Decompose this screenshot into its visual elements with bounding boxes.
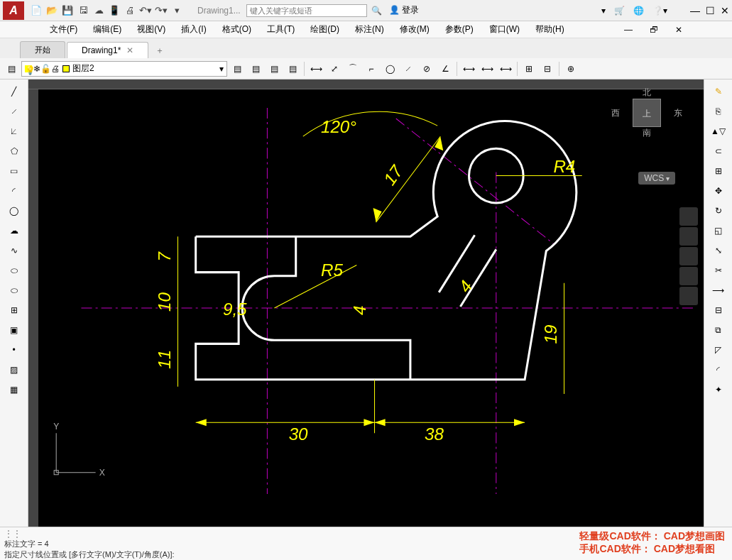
tab-drawing1[interactable]: Drawing1*✕ xyxy=(67,42,148,58)
cloud-icon[interactable]: ☁ xyxy=(92,4,105,17)
layer-prev-icon[interactable]: ▤ xyxy=(266,60,283,77)
dim-diameter-icon[interactable]: ⊘ xyxy=(418,60,435,77)
dim-radius-icon[interactable]: ◯ xyxy=(381,60,398,77)
xline-icon[interactable]: ⟋ xyxy=(4,102,25,121)
scale-icon[interactable]: ◱ xyxy=(708,221,729,240)
break-icon[interactable]: ⊟ xyxy=(708,301,729,319)
maximize-button[interactable]: ☐ xyxy=(706,5,715,16)
polygon-icon[interactable]: ⬠ xyxy=(4,142,25,160)
child-max-icon[interactable]: 🗗 xyxy=(643,23,665,36)
join-icon[interactable]: ⧉ xyxy=(708,321,729,339)
revcloud-icon[interactable]: ☁ xyxy=(4,221,25,240)
menu-draw[interactable]: 绘图(D) xyxy=(303,22,346,37)
dim-ordinate-icon[interactable]: ⌐ xyxy=(363,60,380,77)
offset-icon[interactable]: ⊂ xyxy=(708,142,729,160)
cart-icon[interactable]: 🛒 xyxy=(614,6,625,16)
hatch-icon[interactable]: ▨ xyxy=(4,361,25,379)
rectangle-icon[interactable]: ▭ xyxy=(4,162,25,180)
tab-start[interactable]: 开始 xyxy=(20,41,65,58)
menu-modify[interactable]: 修改(M) xyxy=(393,22,437,37)
polyline-icon[interactable]: ⟀ xyxy=(4,122,25,141)
login-button[interactable]: 👤 登录 xyxy=(389,4,419,16)
array-icon[interactable]: ⊞ xyxy=(708,162,729,180)
ellipse-arc-icon[interactable]: ⬭ xyxy=(4,281,25,300)
circle-icon[interactable]: ◯ xyxy=(4,202,25,220)
search-input[interactable] xyxy=(246,4,367,17)
menu-insert[interactable]: 插入(I) xyxy=(174,22,213,37)
mirror-icon[interactable]: ▲▽ xyxy=(708,122,729,141)
menu-dimension[interactable]: 标注(N) xyxy=(348,22,391,37)
save-icon[interactable]: 💾 xyxy=(61,4,74,17)
layer-iso-icon[interactable]: ▤ xyxy=(247,60,264,77)
mobile-icon[interactable]: 📱 xyxy=(108,4,121,17)
exchange-icon[interactable]: ▾ xyxy=(601,6,606,16)
nav-bar[interactable] xyxy=(679,207,701,307)
child-min-icon[interactable]: — xyxy=(617,23,640,36)
menu-tools[interactable]: 工具(T) xyxy=(260,22,302,37)
line-icon[interactable]: ╱ xyxy=(4,82,25,101)
binoculars-icon[interactable]: 🔍 xyxy=(371,6,382,16)
fillet-icon[interactable]: ◜ xyxy=(708,361,729,379)
cmd-grip-icon[interactable]: ⋮⋮ xyxy=(4,529,21,539)
point-icon[interactable]: • xyxy=(4,341,25,359)
dim-arc-icon[interactable]: ⌒ xyxy=(344,60,361,77)
copy-icon[interactable]: ⎘ xyxy=(708,102,729,121)
extend-icon[interactable]: ⟶ xyxy=(708,281,729,300)
wcs-badge[interactable]: WCS ▾ xyxy=(638,172,675,185)
open-icon[interactable]: 📂 xyxy=(45,4,58,17)
dim-angular-icon[interactable]: ∠ xyxy=(437,60,454,77)
insert-icon[interactable]: ⊞ xyxy=(4,301,25,319)
viewcube[interactable]: 北 西 上 东 南 xyxy=(611,87,682,158)
dim-space-icon[interactable]: ⊞ xyxy=(520,60,537,77)
dim-quick-icon[interactable]: ⟷ xyxy=(460,60,477,77)
new-icon[interactable]: 📄 xyxy=(30,4,43,17)
menu-help[interactable]: 帮助(H) xyxy=(528,22,572,37)
tab-add-button[interactable]: ＋ xyxy=(150,43,170,58)
dim-continue-icon[interactable]: ⟷ xyxy=(497,60,514,77)
dim-aligned-icon[interactable]: ⤢ xyxy=(326,60,343,77)
dim-r5: R5 xyxy=(321,260,343,280)
layer-match-icon[interactable]: ▤ xyxy=(284,60,301,77)
rotate-icon[interactable]: ↻ xyxy=(708,202,729,220)
draw-toolbar: ╱ ⟋ ⟀ ⬠ ▭ ◜ ◯ ☁ ∿ ⬭ ⬭ ⊞ ▣ • ▨ ▦ xyxy=(0,79,28,527)
dim-linear-icon[interactable]: ⟷ xyxy=(307,60,324,77)
menu-file[interactable]: 文件(F) xyxy=(43,22,84,37)
layer-props-icon[interactable]: ▤ xyxy=(3,60,20,77)
pencil-icon[interactable]: ✎ xyxy=(708,82,729,101)
tab-close-icon[interactable]: ✕ xyxy=(126,45,133,55)
help-icon[interactable]: ❔▾ xyxy=(652,6,667,16)
dim-break-icon[interactable]: ⊟ xyxy=(539,60,556,77)
drawing-canvas[interactable]: 120° 17 R4 7 10 11 R5 9,5 4 4 19 xyxy=(28,79,704,527)
tolerance-icon[interactable]: ⊕ xyxy=(562,60,579,77)
layer-state-icon[interactable]: ▤ xyxy=(229,60,246,77)
menu-view[interactable]: 视图(V) xyxy=(130,22,173,37)
saveas-icon[interactable]: 🖫 xyxy=(77,4,89,17)
explode-icon[interactable]: ✦ xyxy=(708,380,729,399)
move-icon[interactable]: ✥ xyxy=(708,182,729,200)
minimize-button[interactable]: — xyxy=(690,5,700,16)
ellipse-icon[interactable]: ⬭ xyxy=(4,261,25,280)
print-icon[interactable]: 🖨 xyxy=(124,4,136,17)
dim-jog-icon[interactable]: ⟋ xyxy=(400,60,417,77)
arc-icon[interactable]: ◜ xyxy=(4,182,25,200)
undo-icon[interactable]: ↶▾ xyxy=(139,4,152,17)
more-icon[interactable]: ▾ xyxy=(170,4,183,17)
child-close-icon[interactable]: ✕ xyxy=(668,23,689,36)
app-logo[interactable]: A xyxy=(3,1,24,20)
trim-icon[interactable]: ✂ xyxy=(708,261,729,280)
close-button[interactable]: ✕ xyxy=(721,5,729,16)
dim-4a: 4 xyxy=(350,306,369,315)
stretch-icon[interactable]: ⤡ xyxy=(708,241,729,260)
dim-baseline-icon[interactable]: ⟷ xyxy=(479,60,496,77)
cloud2-icon[interactable]: 🌐 xyxy=(633,6,644,16)
layer-dropdown[interactable]: 💡 ❄🔓🖨 图层2 ▾ xyxy=(21,61,227,77)
gradient-icon[interactable]: ▦ xyxy=(4,380,25,399)
menu-param[interactable]: 参数(P) xyxy=(438,22,481,37)
menu-format[interactable]: 格式(O) xyxy=(215,22,258,37)
spline-icon[interactable]: ∿ xyxy=(4,241,25,260)
menu-edit[interactable]: 编辑(E) xyxy=(86,22,129,37)
chamfer-icon[interactable]: ◸ xyxy=(708,341,729,359)
redo-icon[interactable]: ↷▾ xyxy=(155,4,168,17)
block-icon[interactable]: ▣ xyxy=(4,321,25,339)
menu-window[interactable]: 窗口(W) xyxy=(482,22,527,37)
